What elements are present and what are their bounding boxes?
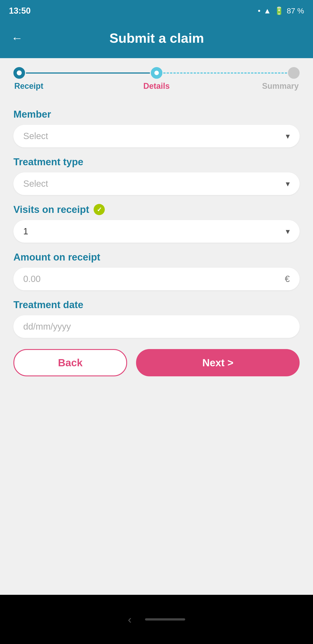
- treatment-date-field[interactable]: dd/mm/yyyy: [13, 315, 300, 338]
- member-label: Member: [13, 109, 300, 120]
- step-line-2: [163, 72, 287, 74]
- back-button[interactable]: Back: [13, 349, 127, 376]
- date-placeholder: dd/mm/yyyy: [23, 322, 71, 332]
- home-pill[interactable]: [145, 618, 185, 620]
- amount-value: 0.00: [23, 274, 41, 284]
- step-dot-summary: [288, 67, 300, 79]
- amount-field[interactable]: 0.00 €: [13, 268, 300, 290]
- progress-stepper: Receipt Details Summary: [0, 58, 313, 95]
- system-back-icon[interactable]: ‹: [128, 613, 132, 626]
- bottom-nav-bar: ‹: [0, 595, 313, 644]
- member-dropdown[interactable]: Select ▾: [13, 125, 300, 147]
- step-dot-details: [151, 67, 162, 79]
- form-content: Member Select ▾ Treatment type Select ▾ …: [0, 95, 313, 595]
- member-chevron-icon: ▾: [286, 132, 290, 141]
- battery-icon: 🔋: [274, 6, 284, 15]
- step-label-details: Details: [134, 82, 179, 91]
- status-time: 13:50: [9, 6, 31, 16]
- visits-label-row: Visits on receipt ✓: [13, 204, 300, 215]
- next-button[interactable]: Next >: [136, 349, 300, 376]
- visits-chevron-icon: ▾: [286, 227, 290, 236]
- treatment-type-placeholder: Select: [23, 179, 48, 189]
- button-row: Back Next >: [13, 349, 300, 390]
- battery-percentage: 87 %: [287, 6, 304, 15]
- treatment-type-dropdown[interactable]: Select ▾: [13, 172, 300, 195]
- back-arrow-icon[interactable]: ←: [11, 32, 23, 44]
- visits-value: 1: [23, 226, 28, 236]
- page-title: Submit a claim: [32, 30, 282, 46]
- stepper-labels: Receipt Details Summary: [13, 82, 300, 91]
- step-line-1: [26, 72, 150, 74]
- currency-symbol: €: [285, 274, 290, 284]
- signal-icon: ▲: [264, 6, 271, 15]
- step-dot-receipt: [13, 67, 25, 79]
- visits-check-icon: ✓: [94, 204, 105, 215]
- step-label-receipt: Receipt: [14, 82, 59, 91]
- visits-on-receipt-label: Visits on receipt: [13, 204, 89, 215]
- status-icons: • ▲ 🔋 87 %: [258, 6, 304, 15]
- status-bar: 13:50 • ▲ 🔋 87 %: [0, 0, 313, 20]
- step-label-summary: Summary: [254, 82, 299, 91]
- visits-dropdown[interactable]: 1 ▾: [13, 220, 300, 242]
- header: ← Submit a claim: [0, 20, 313, 58]
- treatment-type-chevron-icon: ▾: [286, 179, 290, 188]
- treatment-date-label: Treatment date: [13, 299, 300, 310]
- treatment-type-label: Treatment type: [13, 156, 300, 168]
- member-placeholder: Select: [23, 131, 48, 141]
- wifi-icon: •: [258, 6, 261, 15]
- amount-on-receipt-label: Amount on receipt: [13, 252, 300, 263]
